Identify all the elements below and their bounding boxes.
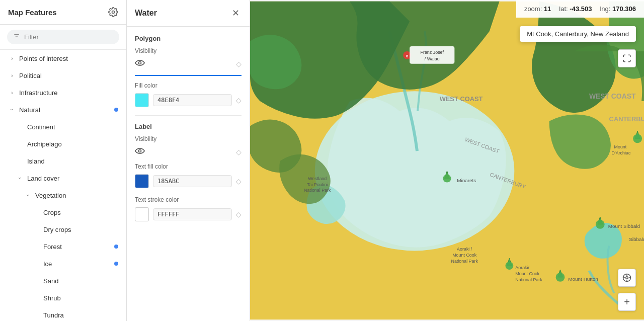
svg-point-39 xyxy=(596,220,605,229)
chevron-down-icon: › xyxy=(24,191,32,199)
chevron-down-icon: › xyxy=(16,174,24,182)
text-fill-diamond-icon[interactable]: ◇ xyxy=(236,177,242,185)
sidebar-item-sand[interactable]: Sand xyxy=(0,272,126,289)
section-divider xyxy=(135,115,242,116)
filter-bar xyxy=(0,25,126,50)
svg-text:Mount Cook: Mount Cook xyxy=(452,253,477,258)
text-stroke-diamond-icon[interactable]: ◇ xyxy=(236,210,242,218)
fill-color-label: Fill color xyxy=(135,82,242,89)
text-stroke-color-row: FFFFFF ◇ xyxy=(135,207,242,221)
map-area[interactable]: zoom: 11 lat: -43.503 lng: 170.306 Mt Co… xyxy=(250,0,644,321)
sidebar-item-label: Shrub xyxy=(43,294,61,302)
spacer xyxy=(16,140,24,148)
svg-text:National Park: National Park xyxy=(451,259,478,264)
label-visibility-row: ◇ xyxy=(135,146,242,157)
svg-point-34 xyxy=(505,262,513,270)
map-zoom: zoom: 11 xyxy=(524,5,551,13)
filter-input-wrap xyxy=(7,30,119,44)
fill-line xyxy=(135,75,242,76)
svg-point-43 xyxy=(556,273,565,282)
label-visibility-diamond-icon[interactable]: ◇ xyxy=(236,148,242,156)
svg-text:Minarets: Minarets xyxy=(457,178,476,183)
sidebar-item-infrastructure[interactable]: › Infrastructure xyxy=(0,84,126,101)
map-topbar: zoom: 11 lat: -43.503 lng: 170.306 xyxy=(516,0,644,18)
filter-input[interactable] xyxy=(24,33,113,41)
sidebar-item-dry-crops[interactable]: Dry crops xyxy=(0,221,126,238)
spacer xyxy=(32,277,40,285)
polygon-visibility-diamond-icon[interactable]: ◇ xyxy=(236,60,242,68)
sidebar-item-natural[interactable]: › Natural xyxy=(0,101,126,118)
eye-icon[interactable] xyxy=(135,146,145,157)
spacer xyxy=(32,243,40,251)
eye-icon[interactable] xyxy=(135,58,145,69)
svg-text:/ Waiau: / Waiau xyxy=(425,56,440,61)
polygon-section: Polygon Visibility ◇ Fill color 48E8F4 ◇ xyxy=(135,35,242,107)
visibility-label: Visibility xyxy=(135,47,242,54)
sidebar-item-vegetation[interactable]: › Vegetation xyxy=(0,187,126,204)
svg-point-0 xyxy=(112,11,115,14)
sidebar-item-label: Island xyxy=(27,157,45,165)
svg-point-46 xyxy=(633,134,642,143)
sidebar-item-label: Points of interest xyxy=(19,55,68,62)
chevron-down-icon: › xyxy=(8,106,16,114)
text-fill-label: Text fill color xyxy=(135,163,242,170)
gear-icon[interactable] xyxy=(108,7,118,17)
sidebar-item-tundra[interactable]: Tundra xyxy=(0,306,126,321)
polygon-section-label: Polygon xyxy=(135,35,242,42)
svg-text:Franz Josef: Franz Josef xyxy=(421,50,444,55)
svg-text:Mount: Mount xyxy=(614,144,627,149)
text-stroke-swatch[interactable] xyxy=(135,207,149,221)
spacer xyxy=(32,311,40,319)
svg-text:Mount Cook: Mount Cook xyxy=(515,271,540,276)
sidebar-item-island[interactable]: Island xyxy=(0,152,126,170)
sidebar-title: Map Features xyxy=(8,8,57,17)
polygon-fill-color-row: 48E8F4 ◇ xyxy=(135,93,242,107)
sidebar-item-label: Continent xyxy=(27,123,55,131)
sidebar-item-political[interactable]: › Political xyxy=(0,67,126,84)
chevron-right-icon: › xyxy=(8,89,16,97)
text-fill-value[interactable]: 185ABC xyxy=(153,175,232,187)
locate-button[interactable] xyxy=(618,269,636,287)
sidebar-item-forest[interactable]: Forest xyxy=(0,238,126,255)
fill-color-value[interactable]: 48E8F4 xyxy=(153,94,232,106)
sidebar-item-continent[interactable]: Continent xyxy=(0,118,126,135)
location-tooltip: Mt Cook, Canterbury, New Zealand xyxy=(520,26,636,42)
text-stroke-label: Text stroke color xyxy=(135,196,242,203)
svg-text:CANTERBURY: CANTERBURY xyxy=(609,115,644,123)
svg-text:National Park: National Park xyxy=(515,277,542,282)
sidebar-item-label: Ice xyxy=(43,260,52,268)
chevron-right-icon: › xyxy=(8,54,16,62)
text-fill-swatch[interactable] xyxy=(135,174,149,188)
text-fill-color-row: 185ABC ◇ xyxy=(135,174,242,188)
sidebar-item-label: Crops xyxy=(43,209,61,216)
svg-text:National Park: National Park xyxy=(304,188,331,193)
sidebar-item-label: Vegetation xyxy=(35,192,66,199)
sidebar-item-shrub[interactable]: Shrub xyxy=(0,289,126,306)
fill-color-swatch[interactable] xyxy=(135,93,149,107)
spacer xyxy=(32,208,40,216)
sidebar-list: › Points of interest › Political › Infra… xyxy=(0,50,126,321)
svg-point-4 xyxy=(139,62,141,64)
svg-text:Mount Sibbald: Mount Sibbald xyxy=(608,223,640,229)
active-dot xyxy=(114,245,118,249)
map-visualization: WEST COAST WEST COAST CANTERBURY WEST CO… xyxy=(250,0,644,321)
close-button[interactable]: ✕ xyxy=(229,7,242,19)
panel-content: Polygon Visibility ◇ Fill color 48E8F4 ◇ xyxy=(127,27,250,321)
sidebar-item-crops[interactable]: Crops xyxy=(0,204,126,221)
fullscreen-button[interactable] xyxy=(618,49,636,67)
label-section: Label Visibility ◇ Text fill color 185AB… xyxy=(135,123,242,221)
chevron-right-icon: › xyxy=(8,71,16,79)
map-lng: lng: 170.306 xyxy=(600,5,636,13)
sidebar-item-land-cover[interactable]: › Land cover xyxy=(0,170,126,187)
sidebar-item-label: Natural xyxy=(19,106,40,114)
polygon-visibility-row: ◇ xyxy=(135,58,242,69)
svg-text:WEST COAST: WEST COAST xyxy=(589,92,636,100)
spacer xyxy=(16,123,24,131)
zoom-plus-button[interactable]: + xyxy=(618,293,636,311)
sidebar-item-points-of-interest[interactable]: › Points of interest xyxy=(0,50,126,67)
sidebar-item-ice[interactable]: Ice xyxy=(0,255,126,272)
text-stroke-value[interactable]: FFFFFF xyxy=(153,208,232,220)
sidebar-item-archipelago[interactable]: Archipelago xyxy=(0,135,126,152)
fill-color-diamond-icon[interactable]: ◇ xyxy=(236,96,242,104)
svg-point-28 xyxy=(443,175,451,183)
